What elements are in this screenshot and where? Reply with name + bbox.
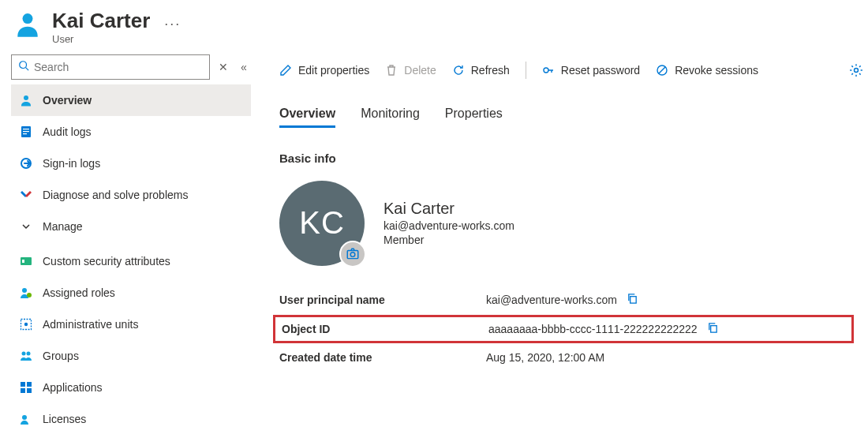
sidebar-item-diagnose[interactable]: Diagnose and solve problems xyxy=(11,179,251,211)
sidebar-item-audit-logs[interactable]: Audit logs xyxy=(11,116,251,148)
settings-button[interactable] xyxy=(849,63,868,77)
person-icon xyxy=(19,93,33,107)
svg-point-0 xyxy=(23,13,33,24)
svg-point-27 xyxy=(350,252,355,256)
basic-info-fields: User principal name kai@adventure-works.… xyxy=(279,293,847,364)
page-title: Kai Carter xyxy=(52,9,150,32)
clear-search-button[interactable]: ✕ xyxy=(216,61,230,73)
svg-point-14 xyxy=(24,322,28,325)
page-header: Kai Carter User ··· xyxy=(0,0,868,48)
profile-member-type: Member xyxy=(383,234,514,246)
sidebar-item-label: Audit logs xyxy=(43,125,91,138)
change-photo-button[interactable] xyxy=(339,241,366,268)
svg-rect-28 xyxy=(630,296,637,302)
object-id-row-highlighted: Object ID aaaaaaaa-bbbb-cccc-1111-222222… xyxy=(273,315,854,343)
object-id-label: Object ID xyxy=(282,323,479,335)
sidebar-item-label: Custom security attributes xyxy=(43,255,170,268)
toolbar-divider xyxy=(526,62,526,79)
edit-properties-button[interactable]: Edit properties xyxy=(279,64,369,77)
page-subtitle: User xyxy=(52,33,150,45)
search-icon xyxy=(18,60,29,73)
svg-rect-6 xyxy=(23,131,29,132)
sidebar-item-assigned-roles[interactable]: Assigned roles xyxy=(11,277,251,309)
refresh-button[interactable]: Refresh xyxy=(452,64,510,77)
sidebar-item-custom-security[interactable]: Custom security attributes xyxy=(11,245,251,277)
delete-button: Delete xyxy=(385,64,436,77)
svg-rect-18 xyxy=(27,382,32,387)
object-id-value: aaaaaaaa-bbbb-cccc-1111-222222222222 xyxy=(488,323,698,335)
tabs: Overview Monitoring Properties xyxy=(279,107,868,128)
basic-info-heading: Basic info xyxy=(279,152,868,165)
sidebar-item-label: Administrative units xyxy=(43,318,138,331)
more-actions-button[interactable]: ··· xyxy=(164,9,181,32)
upn-label: User principal name xyxy=(279,294,477,306)
chevron-down-icon xyxy=(19,219,33,234)
tab-monitoring[interactable]: Monitoring xyxy=(361,107,420,128)
svg-rect-5 xyxy=(23,129,29,129)
created-value: Aug 15, 2020, 12:00 AM xyxy=(486,351,604,364)
user-icon xyxy=(13,9,43,39)
svg-point-25 xyxy=(855,68,859,72)
audit-log-icon xyxy=(19,125,33,139)
sidebar-item-label: Assigned roles xyxy=(43,286,115,299)
svg-rect-20 xyxy=(27,388,32,393)
tab-overview[interactable]: Overview xyxy=(279,107,335,128)
groups-icon xyxy=(19,349,33,363)
sidebar-group-label: Manage xyxy=(43,220,83,233)
svg-rect-19 xyxy=(21,388,25,393)
sidebar-item-admin-units[interactable]: Administrative units xyxy=(11,309,251,340)
svg-point-3 xyxy=(24,95,28,100)
svg-rect-26 xyxy=(347,250,358,258)
sidebar-item-overview[interactable]: Overview xyxy=(11,84,251,116)
search-input[interactable] xyxy=(29,60,203,74)
svg-line-2 xyxy=(26,68,29,71)
admin-units-icon xyxy=(19,317,33,331)
roles-icon xyxy=(19,286,33,300)
svg-rect-17 xyxy=(21,382,25,387)
svg-rect-29 xyxy=(710,325,716,331)
sidebar-group-manage[interactable]: Manage xyxy=(11,211,251,242)
avatar-initials: KC xyxy=(299,205,345,241)
created-label: Created date time xyxy=(279,351,477,364)
sidebar-item-groups[interactable]: Groups xyxy=(11,340,251,372)
reset-password-button[interactable]: Reset password xyxy=(542,64,640,77)
search-input-wrapper[interactable] xyxy=(11,54,210,80)
svg-point-11 xyxy=(22,288,27,293)
sidebar-item-label: Diagnose and solve problems xyxy=(43,189,188,201)
sidebar: ✕ « Overview Audit logs xyxy=(0,48,251,434)
sidebar-item-label: Overview xyxy=(43,94,92,107)
sidebar-item-applications[interactable]: Applications xyxy=(11,372,251,403)
avatar: KC xyxy=(279,181,365,266)
tab-properties[interactable]: Properties xyxy=(445,107,503,128)
upn-value: kai@adventure-works.com xyxy=(486,294,617,306)
licenses-icon xyxy=(19,412,33,426)
svg-point-21 xyxy=(22,415,27,420)
tools-icon xyxy=(19,188,33,202)
svg-point-16 xyxy=(27,351,31,355)
main-panel: Edit properties Delete Refresh Reset pas… xyxy=(251,48,868,434)
copy-object-id-button[interactable] xyxy=(707,322,719,336)
sidebar-item-label: Licenses xyxy=(43,413,86,425)
svg-point-22 xyxy=(544,68,548,73)
svg-rect-7 xyxy=(23,133,27,134)
svg-point-15 xyxy=(22,351,26,355)
profile-name: Kai Carter xyxy=(383,200,514,218)
svg-point-12 xyxy=(27,293,32,297)
sidebar-item-label: Sign-in logs xyxy=(43,157,100,170)
copy-upn-button[interactable] xyxy=(627,293,638,307)
svg-line-24 xyxy=(659,67,665,73)
svg-point-1 xyxy=(20,62,27,69)
profile-email: kai@adventure-works.com xyxy=(383,219,514,232)
revoke-sessions-button[interactable]: Revoke sessions xyxy=(656,64,758,77)
sidebar-item-label: Groups xyxy=(43,350,79,362)
collapse-sidebar-button[interactable]: « xyxy=(237,61,251,73)
toolbar: Edit properties Delete Refresh Reset pas… xyxy=(279,54,868,86)
sidebar-item-signin-logs[interactable]: Sign-in logs xyxy=(11,148,251,179)
sidebar-item-licenses[interactable]: Licenses xyxy=(11,403,251,434)
apps-icon xyxy=(19,380,33,395)
sidebar-item-label: Applications xyxy=(43,381,103,394)
profile-block: KC Kai Carter kai@adventure-works.com Me… xyxy=(279,181,868,266)
signin-icon xyxy=(19,156,33,170)
security-card-icon xyxy=(19,254,33,268)
svg-rect-10 xyxy=(22,260,24,263)
